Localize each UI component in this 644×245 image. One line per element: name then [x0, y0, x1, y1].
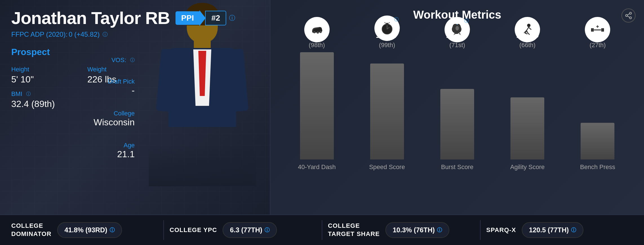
height-value: 5' 10": [11, 74, 34, 84]
college-dominator-stat: COLLEGE DOMINATOR 41.8% (93RD) ⓘ: [11, 222, 158, 238]
college-target-share-label: COLLEGE TARGET SHARE: [328, 222, 380, 238]
bottom-bar: COLLEGE DOMINATOR 41.8% (93RD) ⓘ COLLEGE…: [0, 215, 644, 245]
svg-rect-18: [602, 28, 604, 32]
vos-info-icon[interactable]: ⓘ: [130, 57, 135, 63]
svg-point-11: [527, 24, 530, 27]
bench-press-label: Bench Press: [580, 163, 615, 171]
bmi-stat: BMI ⓘ 32.4 (89th): [11, 90, 76, 109]
bmi-value: 32.4 (89th): [11, 99, 55, 109]
ppi-info-icon[interactable]: ⓘ: [229, 14, 235, 22]
svg-point-2: [630, 17, 632, 19]
speed-score-label: Speed Score: [369, 163, 405, 171]
college-stat: College Wisconsin: [94, 110, 135, 128]
adp-label: FFPC ADP (2020):: [11, 30, 68, 38]
ppi-rank: #2: [205, 11, 226, 25]
agility-score-percentile: (66th): [519, 41, 535, 49]
left-panel: Jonathan Taylor RB PPI #2 ⓘ FFPC ADP (20…: [0, 0, 270, 215]
college-ypc-label: COLLEGE YPC: [170, 226, 217, 234]
svg-point-0: [630, 12, 632, 14]
player-photo: [135, 0, 270, 186]
svg-line-3: [627, 16, 630, 18]
draft-pick-label: Draft Pick: [94, 78, 135, 85]
ppi-arrow: [199, 10, 206, 26]
college-ypc-info[interactable]: ⓘ: [265, 227, 270, 233]
metric-agility-score: 11.25 (66th) Agility Score: [492, 30, 563, 159]
college-ypc-badge: 6.3 (77TH) ⓘ: [223, 222, 277, 238]
ppi-label: PPI: [176, 11, 199, 25]
college-label: College: [94, 110, 135, 117]
college-ypc-stat: COLLEGE YPC 6.3 (77TH) ⓘ: [170, 222, 316, 238]
metric-forty-yard: 4.39 (98th) 40-Yard Dash: [282, 30, 352, 159]
svg-point-7: [319, 31, 322, 33]
right-stats: VOS: ⓘ Draft Pick - College Wisconsin Ag…: [94, 56, 135, 174]
college-dominator-label: COLLEGE DOMINATOR: [11, 222, 52, 238]
vos-label: VOS:: [111, 56, 126, 64]
adp-info-icon[interactable]: ⓘ: [103, 31, 108, 38]
burst-score-percentile: (71st): [449, 41, 465, 49]
bench-press-icon: [585, 17, 610, 42]
college-dominator-info[interactable]: ⓘ: [110, 227, 115, 233]
sparq-label: SPARQ-x: [486, 226, 516, 234]
height-label: Height: [11, 66, 76, 73]
draft-pick-stat: Draft Pick -: [94, 78, 135, 96]
forty-yard-percentile: (98th): [309, 41, 325, 49]
height-stat: Height 5' 10": [11, 66, 76, 85]
college-target-share-badge: 10.3% (76TH) ⓘ: [385, 222, 449, 238]
svg-rect-9: [386, 23, 388, 24]
burst-score-label: Burst Score: [441, 163, 474, 171]
metric-burst-score: ⓘ 122.7 (71st) Burst Score: [422, 30, 492, 159]
agility-score-icon: [515, 17, 540, 42]
agility-score-label: Agility Score: [510, 163, 545, 171]
svg-point-1: [626, 15, 628, 17]
metrics-container: 4.39 (98th) 40-Yard Dash: [282, 30, 633, 176]
adp-value: 0 (+45.82): [69, 30, 100, 38]
prospect-label: Prospect: [11, 47, 259, 57]
college-target-share-info[interactable]: ⓘ: [437, 227, 442, 233]
sparq-badge: 120.5 (77TH) ⓘ: [522, 222, 583, 238]
right-panel: Workout Metrics: [270, 0, 644, 215]
draft-pick-value: -: [132, 85, 135, 95]
forty-yard-label: 40-Yard Dash: [298, 163, 336, 171]
forty-yard-icon: [304, 17, 330, 42]
divider-1: [163, 220, 164, 240]
sparq-info[interactable]: ⓘ: [571, 227, 576, 233]
college-value: Wisconsin: [94, 117, 135, 127]
svg-point-6: [317, 31, 319, 34]
age-stat: Age 21.1: [94, 142, 135, 159]
college-target-share-stat: COLLEGE TARGET SHARE 10.3% (76TH) ⓘ: [328, 222, 474, 238]
speed-score-percentile: (99th): [379, 41, 395, 49]
svg-rect-16: [594, 29, 601, 30]
svg-rect-17: [591, 28, 593, 32]
ppi-badge: PPI #2: [176, 10, 226, 26]
player-name: Jonathan Taylor RB: [11, 8, 170, 28]
age-value: 21.1: [117, 149, 135, 159]
player-figure: [149, 0, 256, 186]
bench-press-percentile: (27th): [590, 41, 606, 49]
metric-bench-press: 17 (27th) Bench Press: [563, 30, 633, 159]
college-dominator-badge: 41.8% (93RD) ⓘ: [57, 222, 122, 238]
divider-3: [480, 220, 481, 240]
burst-score-icon: ⓘ: [445, 17, 470, 42]
share-button[interactable]: [621, 8, 636, 23]
sparq-stat: SPARQ-x 120.5 (77TH) ⓘ: [486, 222, 633, 238]
svg-point-5: [313, 31, 316, 33]
svg-point-10: [456, 26, 459, 30]
metric-speed-score: ⓘ 121.7 (99th) Speed Score: [352, 30, 422, 159]
vos-stat: VOS: ⓘ: [94, 56, 135, 64]
bmi-info-icon[interactable]: ⓘ: [26, 91, 31, 97]
svg-line-4: [627, 14, 630, 15]
bmi-label: BMI ⓘ: [11, 90, 55, 98]
age-label: Age: [94, 142, 135, 149]
speed-score-icon: ⓘ: [374, 16, 400, 41]
divider-2: [322, 220, 322, 240]
